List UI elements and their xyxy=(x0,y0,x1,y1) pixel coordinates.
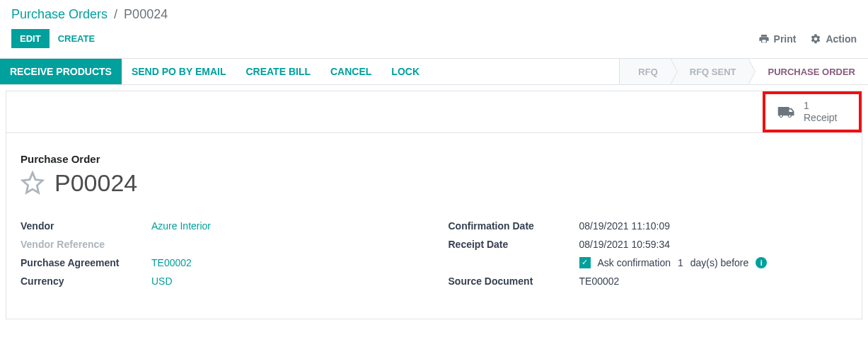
field-receipt-date: Receipt Date 08/19/2021 10:59:34 xyxy=(449,235,848,254)
vendor-ref-label: Vendor Reference xyxy=(21,239,151,250)
vendor-label: Vendor xyxy=(21,220,151,232)
breadcrumb-separator: / xyxy=(114,7,117,21)
field-currency: Currency USD xyxy=(21,272,420,290)
cancel-button[interactable]: CANCEL xyxy=(320,59,381,84)
section-title: Purchase Order xyxy=(21,153,847,165)
truck-icon xyxy=(777,104,797,120)
source-doc-label: Source Document xyxy=(449,275,579,287)
send-po-email-button[interactable]: SEND PO BY EMAIL xyxy=(122,59,236,84)
field-confirmation-date: Confirmation Date 08/19/2021 11:10:09 xyxy=(449,217,848,235)
fields-col-right: Confirmation Date 08/19/2021 11:10:09 Re… xyxy=(449,217,848,290)
form-sheet: 1 Receipt Purchase Order P00024 Vendor A… xyxy=(6,91,862,319)
receipt-stat-button[interactable]: 1 Receipt xyxy=(763,91,862,132)
confirm-date-label: Confirmation Date xyxy=(449,220,579,232)
status-step-purchase-order[interactable]: PURCHASE ORDER xyxy=(748,59,868,84)
edit-button[interactable]: EDIT xyxy=(11,29,50,48)
ask-confirm-checkbox[interactable]: ✓ xyxy=(579,257,591,268)
ask-confirm-suffix: day(s) before xyxy=(690,257,748,268)
ask-confirm-days: 1 xyxy=(678,257,683,268)
breadcrumb: Purchase Orders / P00024 xyxy=(0,0,868,26)
source-doc-value: TE00002 xyxy=(579,275,620,287)
record-name: P00024 xyxy=(54,169,137,197)
status-steps: RFQ RFQ SENT PURCHASE ORDER xyxy=(619,59,868,84)
field-vendor-reference: Vendor Reference xyxy=(21,235,420,254)
fields-grid: Vendor Azure Interior Vendor Reference P… xyxy=(21,217,847,290)
status-step-rfq[interactable]: RFQ xyxy=(619,59,670,84)
fields-col-left: Vendor Azure Interior Vendor Reference P… xyxy=(21,217,420,290)
confirm-date-value: 08/19/2021 11:10:09 xyxy=(579,220,670,232)
print-button[interactable]: Print xyxy=(758,33,797,45)
action-label: Action xyxy=(826,33,857,45)
breadcrumb-current: P00024 xyxy=(124,7,168,21)
receipt-count: 1 xyxy=(804,100,837,112)
currency-label: Currency xyxy=(21,275,151,287)
ask-confirm-prefix: Ask confirmation xyxy=(598,257,671,268)
field-ask-confirm: ✓ Ask confirmation 1 day(s) before i xyxy=(449,254,848,272)
action-button[interactable]: Action xyxy=(810,33,857,45)
field-source-document: Source Document TE00002 xyxy=(449,272,848,290)
receipt-date-label: Receipt Date xyxy=(449,239,579,250)
star-icon[interactable] xyxy=(21,171,45,195)
receipt-label: Receipt xyxy=(804,112,837,124)
info-icon[interactable]: i xyxy=(756,257,767,268)
create-button[interactable]: CREATE xyxy=(50,29,103,48)
status-bar: RECEIVE PRODUCTS SEND PO BY EMAIL CREATE… xyxy=(0,58,868,85)
agreement-label: Purchase Agreement xyxy=(21,257,151,268)
currency-value[interactable]: USD xyxy=(151,275,173,287)
status-step-rfq-sent[interactable]: RFQ SENT xyxy=(671,59,749,84)
toolbar: EDIT CREATE Print Action xyxy=(0,26,868,58)
lock-button[interactable]: LOCK xyxy=(381,59,429,84)
receive-products-button[interactable]: RECEIVE PRODUCTS xyxy=(0,59,122,84)
print-icon xyxy=(758,33,770,45)
record-title: P00024 xyxy=(21,169,847,197)
field-purchase-agreement: Purchase Agreement TE00002 xyxy=(21,254,420,272)
agreement-value[interactable]: TE00002 xyxy=(151,257,192,268)
field-vendor: Vendor Azure Interior xyxy=(21,217,420,235)
create-bill-button[interactable]: CREATE BILL xyxy=(236,59,320,84)
print-label: Print xyxy=(774,33,797,45)
stat-row: 1 Receipt xyxy=(6,91,862,133)
receipt-date-value: 08/19/2021 10:59:34 xyxy=(579,239,670,250)
breadcrumb-parent-link[interactable]: Purchase Orders xyxy=(11,7,108,21)
vendor-value[interactable]: Azure Interior xyxy=(151,220,211,232)
gear-icon xyxy=(810,33,821,45)
